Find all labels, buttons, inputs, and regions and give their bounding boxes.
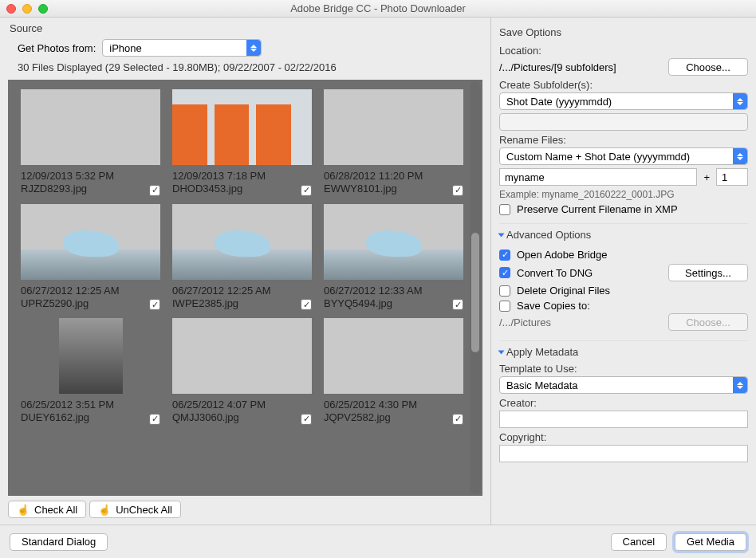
thumbnail-filename: UPRZ5290.jpg xyxy=(21,297,120,310)
thumbnail-date: 06/25/2012 4:07 PM xyxy=(172,399,266,411)
custom-name-field[interactable] xyxy=(499,168,697,186)
source-panel: Source Get Photos from: iPhone 30 Files … xyxy=(0,18,491,525)
device-select-value: iPhone xyxy=(109,42,141,54)
save-copies-path: /.../Pictures xyxy=(499,316,662,328)
thumbnail-item[interactable]: 06/27/2012 12:33 AMBYYQ5494.jpg xyxy=(324,204,463,311)
rename-example: Example: myname_20160222_0001.JPG xyxy=(499,189,748,200)
thumbnail-checkbox[interactable] xyxy=(301,299,312,310)
apply-metadata-disclosure[interactable]: Apply Metadata xyxy=(499,346,748,358)
choose-copies-button: Choose... xyxy=(668,313,748,331)
thumbnail-filename: BYYQ5494.jpg xyxy=(324,297,423,310)
chevron-updown-icon xyxy=(733,148,747,164)
save-options-panel: Save Options Location: /.../Pictures/[9 … xyxy=(491,18,756,525)
advanced-options-disclosure[interactable]: Advanced Options xyxy=(499,229,748,241)
thumbnail-item[interactable]: 06/27/2012 12:25 AMUPRZ5290.jpg xyxy=(21,204,160,311)
thumbnail-filename: DUEY6162.jpg xyxy=(21,411,114,424)
save-copies-label: Save Copies to: xyxy=(517,300,590,312)
preserve-xmp-label: Preserve Current Filename in XMP xyxy=(517,203,678,215)
choose-location-button[interactable]: Choose... xyxy=(668,58,748,76)
delete-originals-label: Delete Original Files xyxy=(517,285,610,297)
thumbnail-date: 06/27/2012 12:33 AM xyxy=(324,285,423,297)
get-photos-from-label: Get Photos from: xyxy=(18,42,96,54)
thumbnail-checkbox[interactable] xyxy=(452,414,463,425)
chevron-updown-icon xyxy=(733,93,747,109)
thumbnail-item[interactable]: 06/25/2012 4:30 PMJQPV2582.jpg xyxy=(324,318,463,425)
uncheck-all-button[interactable]: ☝ UnCheck All xyxy=(89,501,181,518)
thumbnail-grid: 12/09/2013 5:32 PMRJZD8293.jpg12/09/2013… xyxy=(8,80,482,496)
creator-label: Creator: xyxy=(499,397,748,409)
standard-dialog-button[interactable]: Standard Dialog xyxy=(10,533,108,551)
thumbnail-filename: DHOD3453.jpg xyxy=(172,183,266,195)
thumbnail-checkbox[interactable] xyxy=(301,414,312,425)
thumbnail-date: 06/27/2012 12:25 AM xyxy=(172,285,271,297)
device-select[interactable]: iPhone xyxy=(102,39,262,57)
thumbnail-checkbox[interactable] xyxy=(149,299,160,310)
thumbnail-date: 06/27/2012 12:25 AM xyxy=(21,285,120,297)
hand-point-icon: ☝ xyxy=(98,504,111,516)
dng-settings-button[interactable]: Settings... xyxy=(668,264,748,281)
source-header: Source xyxy=(0,18,490,36)
plus-label: + xyxy=(703,171,710,183)
preserve-xmp-checkbox[interactable] xyxy=(499,204,510,215)
hand-point-icon: ☝ xyxy=(17,504,30,516)
rename-files-label: Rename Files: xyxy=(499,134,748,146)
convert-dng-label: Convert To DNG xyxy=(517,267,662,279)
check-all-button[interactable]: ☝ Check All xyxy=(8,501,86,518)
open-bridge-label: Open Adobe Bridge xyxy=(517,249,607,261)
close-icon[interactable] xyxy=(6,4,16,14)
thumbnail-checkbox[interactable] xyxy=(452,185,463,196)
convert-dng-checkbox[interactable] xyxy=(499,267,510,278)
subfolder-custom-field xyxy=(499,113,748,131)
titlebar: Adobe Bridge CC - Photo Downloader xyxy=(0,0,756,18)
location-label: Location: xyxy=(499,45,748,57)
thumbnail-date: 06/28/2012 11:20 PM xyxy=(324,170,423,183)
bottom-bar: Standard Dialog Cancel Get Media xyxy=(0,525,756,558)
thumbnail-checkbox[interactable] xyxy=(149,185,160,196)
thumbnail-item[interactable]: 06/28/2012 11:20 PMEWWY8101.jpg xyxy=(324,89,463,196)
disclosure-triangle-icon xyxy=(498,233,505,237)
rename-files-select[interactable]: Custom Name + Shot Date (yyyymmdd) xyxy=(499,147,748,165)
copyright-field[interactable] xyxy=(499,445,748,462)
thumbnail-item[interactable]: 12/09/2013 5:32 PMRJZD8293.jpg xyxy=(21,89,160,196)
create-subfolder-label: Create Subfolder(s): xyxy=(499,79,748,91)
get-media-button[interactable]: Get Media xyxy=(675,533,746,551)
chevron-updown-icon xyxy=(733,377,747,393)
save-options-header: Save Options xyxy=(499,22,748,40)
thumbnail-filename: IWPE2385.jpg xyxy=(172,297,271,310)
thumbnail-item[interactable]: 06/25/2012 4:07 PMQMJJ3060.jpg xyxy=(172,318,312,425)
create-subfolder-select[interactable]: Shot Date (yyyymmdd) xyxy=(499,92,748,110)
scroll-thumb[interactable] xyxy=(471,233,479,352)
delete-originals-checkbox[interactable] xyxy=(499,285,510,297)
window-title: Adobe Bridge CC - Photo Downloader xyxy=(0,2,756,14)
thumbnail-checkbox[interactable] xyxy=(149,414,160,425)
thumbnail-filename: RJZD8293.jpg xyxy=(21,183,114,195)
disclosure-triangle-icon xyxy=(498,350,505,354)
thumbnail-item[interactable]: 12/09/2013 7:18 PMDHOD3453.jpg xyxy=(172,89,312,196)
metadata-template-select[interactable]: Basic Metadata xyxy=(499,376,748,394)
thumbnail-item[interactable]: 06/25/2012 3:51 PMDUEY6162.jpg xyxy=(21,318,160,425)
minimize-icon[interactable] xyxy=(22,4,32,14)
creator-field[interactable] xyxy=(499,411,748,428)
copyright-label: Copyright: xyxy=(499,431,748,443)
thumbnail-date: 06/25/2012 3:51 PM xyxy=(21,399,114,411)
source-status: 30 Files Displayed (29 Selected - 19.80M… xyxy=(0,60,490,80)
thumbnail-filename: EWWY8101.jpg xyxy=(324,183,423,195)
scrollbar[interactable] xyxy=(470,81,481,494)
thumbnail-filename: QMJJ3060.jpg xyxy=(172,411,266,424)
thumbnail-item[interactable]: 06/27/2012 12:25 AMIWPE2385.jpg xyxy=(172,204,312,311)
thumbnail-date: 12/09/2013 5:32 PM xyxy=(21,170,114,183)
thumbnail-date: 06/25/2012 4:30 PM xyxy=(324,399,417,411)
open-bridge-checkbox[interactable] xyxy=(499,250,510,261)
chevron-updown-icon xyxy=(246,40,261,56)
sequence-field[interactable] xyxy=(716,168,748,186)
thumbnail-checkbox[interactable] xyxy=(452,299,463,310)
thumbnail-date: 12/09/2013 7:18 PM xyxy=(172,170,266,183)
template-label: Template to Use: xyxy=(499,363,748,375)
thumbnail-checkbox[interactable] xyxy=(301,185,312,196)
cancel-button[interactable]: Cancel xyxy=(611,533,667,551)
location-path: /.../Pictures/[9 subfolders] xyxy=(499,61,662,73)
zoom-icon[interactable] xyxy=(38,4,48,14)
save-copies-checkbox[interactable] xyxy=(499,301,510,312)
thumbnail-filename: JQPV2582.jpg xyxy=(324,411,417,424)
